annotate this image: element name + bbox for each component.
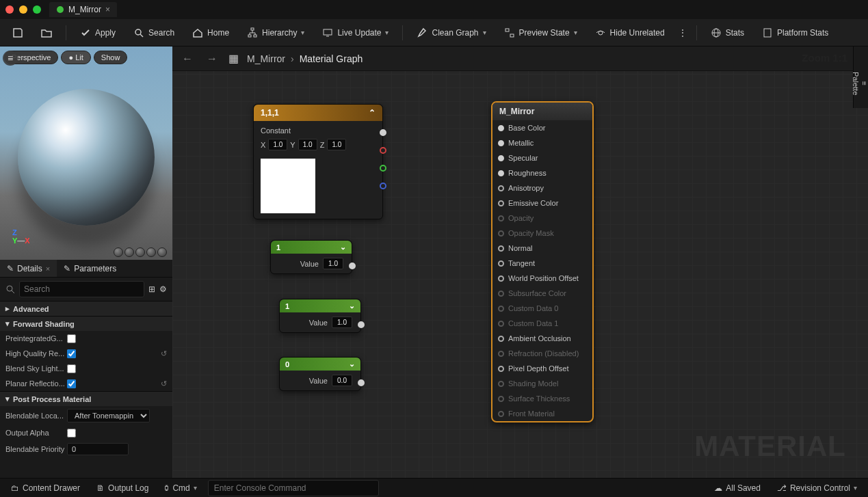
clean-graph-button[interactable]: Clean Graph▾ (410, 23, 492, 42)
search-button[interactable]: Search (127, 23, 181, 42)
stats-button[interactable]: Stats (704, 23, 751, 42)
constant3vector-node[interactable]: 1,1,1⌃ Constant X Y Z (253, 104, 383, 219)
planar-reflection-checkbox[interactable] (67, 379, 76, 388)
node-collapse-icon[interactable]: ⌄ (349, 301, 355, 310)
result-pin-anisotropy[interactable]: Anisotropy (492, 180, 592, 196)
preview-viewport[interactable]: ≡ Perspective ● Lit Show Z Y—X (0, 46, 172, 260)
pin-dot[interactable] (498, 291, 504, 297)
reset-planar-reflection-icon[interactable]: ↺ (161, 379, 167, 388)
shape-plane-button[interactable] (135, 247, 145, 257)
pin-dot[interactable] (498, 155, 504, 161)
pin-out-value[interactable] (358, 321, 365, 328)
pin-out-g[interactable] (380, 165, 386, 172)
revision-control-button[interactable]: ⎇Revision Control▾ (772, 481, 863, 496)
result-pin-opacity-mask[interactable]: Opacity Mask (492, 226, 592, 241)
pin-dot[interactable] (498, 185, 504, 191)
category-post-process[interactable]: ▾ Post Process Material (0, 391, 172, 406)
nav-forward-button[interactable]: → (204, 53, 220, 65)
pin-dot[interactable] (498, 336, 504, 342)
pin-dot[interactable] (498, 140, 504, 146)
const-x-input[interactable] (268, 139, 287, 150)
pin-dot[interactable] (498, 230, 504, 237)
details-search-input[interactable] (19, 281, 144, 297)
pin-dot[interactable] (498, 411, 504, 417)
pin-dot[interactable] (498, 260, 504, 267)
content-drawer-button[interactable]: 🗀Content Drawer (5, 481, 86, 496)
pin-dot[interactable] (498, 321, 504, 327)
pin-dot[interactable] (498, 366, 504, 372)
blendable-priority-input[interactable]: 0 (67, 443, 129, 455)
result-pin-specular[interactable]: Specular (492, 150, 592, 165)
pin-dot[interactable] (498, 170, 504, 176)
pin-dot[interactable] (498, 245, 504, 252)
pin-out-r[interactable] (380, 147, 386, 154)
browse-button[interactable] (34, 23, 59, 42)
shape-sphere-button[interactable] (124, 247, 134, 257)
result-pin-tangent[interactable]: Tangent (492, 256, 592, 271)
breadcrumb-root[interactable]: M_Mirror (247, 53, 285, 64)
close-window-button[interactable] (5, 5, 14, 14)
settings-gear-icon[interactable]: ⚙ (159, 284, 167, 294)
pin-out-rgb[interactable] (380, 129, 386, 136)
result-pin-shading-model[interactable]: Shading Model (492, 376, 592, 391)
pin-dot[interactable] (498, 215, 504, 221)
scalar-node-3[interactable]: 0⌄ Value (279, 357, 361, 391)
platform-stats-button[interactable]: Platform Stats (755, 23, 835, 42)
pin-out-value[interactable] (349, 263, 356, 269)
pin-dot[interactable] (498, 306, 504, 312)
result-pin-base-color[interactable]: Base Color (492, 120, 592, 135)
category-advanced[interactable]: ▸ Advanced (0, 301, 172, 316)
pin-dot[interactable] (498, 351, 504, 357)
scalar3-value-input[interactable] (332, 375, 352, 386)
preview-shape-selector[interactable] (114, 247, 167, 257)
material-result-node[interactable]: M_Mirror Base ColorMetallicSpecularRough… (491, 101, 594, 422)
asset-tab[interactable]: M_Mirror × (49, 2, 117, 17)
output-alpha-checkbox[interactable] (67, 429, 76, 438)
minimize-window-button[interactable] (19, 5, 27, 14)
pin-dot[interactable] (498, 381, 504, 387)
result-pin-opacity[interactable]: Opacity (492, 211, 592, 226)
result-pin-pixel-depth-offset[interactable]: Pixel Depth Offset (492, 361, 592, 376)
result-pin-subsurface-color[interactable]: Subsurface Color (492, 286, 592, 301)
category-forward-shading[interactable]: ▾ Forward Shading (0, 316, 172, 331)
result-pin-roughness[interactable]: Roughness (492, 165, 592, 180)
result-pin-custom-data-0[interactable]: Custom Data 0 (492, 301, 592, 316)
result-pin-custom-data-1[interactable]: Custom Data 1 (492, 316, 592, 331)
pin-dot[interactable] (498, 396, 504, 402)
result-pin-refraction-disabled-[interactable]: Refraction (Disabled) (492, 346, 592, 361)
result-pin-world-position-offset[interactable]: World Position Offset (492, 271, 592, 286)
shape-cylinder-button[interactable] (114, 247, 123, 257)
pin-out-value[interactable] (358, 379, 365, 386)
scalar1-value-input[interactable] (323, 258, 343, 269)
preview-state-button[interactable]: Preview State▾ (497, 23, 584, 42)
scalar2-value-input[interactable] (332, 317, 352, 328)
hq-reflections-checkbox[interactable] (67, 349, 76, 358)
result-pin-front-material[interactable]: Front Material (492, 406, 592, 421)
live-update-button[interactable]: Live Update▾ (315, 23, 395, 42)
graph-home-icon[interactable]: ▦ (228, 52, 239, 65)
grid-view-icon[interactable]: ⊞ (148, 284, 155, 294)
result-pin-ambient-occlusion[interactable]: Ambient Occlusion (492, 331, 592, 346)
pin-dot[interactable] (498, 125, 504, 131)
result-pin-normal[interactable]: Normal (492, 241, 592, 256)
maximize-window-button[interactable] (33, 5, 41, 14)
shape-custom-button[interactable] (157, 247, 167, 257)
home-button[interactable]: Home (185, 23, 236, 42)
node-collapse-icon[interactable]: ⌄ (340, 243, 346, 252)
scalar-node-1[interactable]: 1⌄ Value (270, 240, 352, 274)
material-graph[interactable]: ← → ▦ M_Mirror › Material Graph Zoom 1:1… (172, 46, 868, 478)
all-saved-indicator[interactable]: ☁All Saved (709, 481, 766, 496)
reset-hq-reflections-icon[interactable]: ↺ (161, 349, 167, 358)
tab-details[interactable]: ✎ Details × (0, 260, 57, 277)
pin-out-b[interactable] (380, 183, 386, 189)
hierarchy-button[interactable]: Hierarchy▾ (240, 23, 311, 42)
scalar-node-2[interactable]: 1⌄ Value (279, 299, 361, 333)
const-z-input[interactable] (327, 139, 346, 150)
hide-unrelated-more-button[interactable]: ⋮ (676, 24, 689, 42)
result-pin-emissive-color[interactable]: Emissive Color (492, 196, 592, 211)
viewport-options-button[interactable]: ≡ (3, 51, 18, 66)
tab-parameters[interactable]: ✎ Parameters (57, 260, 123, 277)
palette-tab[interactable]: ≡Palette (853, 46, 868, 108)
shape-cube-button[interactable] (146, 247, 156, 257)
const-y-input[interactable] (298, 139, 317, 150)
